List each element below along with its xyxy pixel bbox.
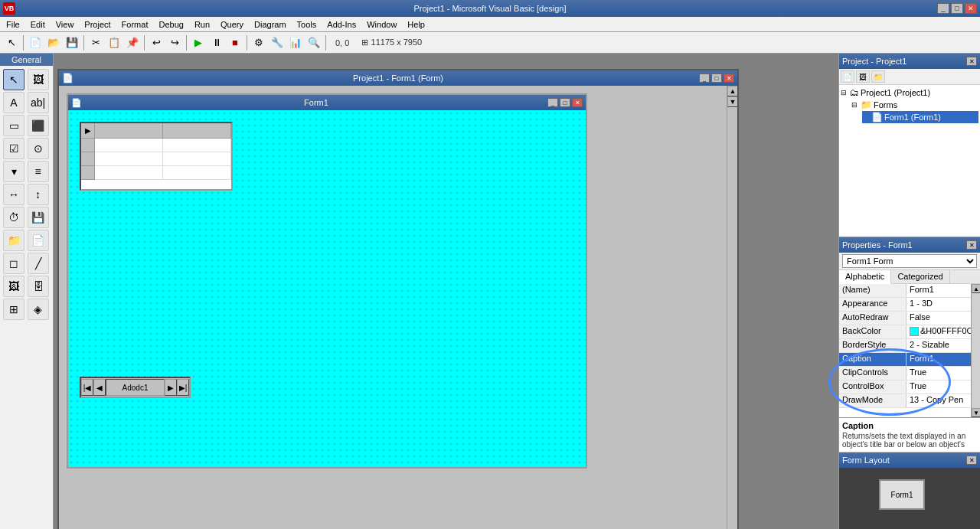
form1-maximize-btn[interactable]: □ [560,98,570,107]
toolbar-arrow-btn[interactable]: ↖ [3,34,20,51]
project-close-btn[interactable]: ✕ [966,57,977,66]
toolbar-btn6[interactable]: ⚙ [250,34,267,51]
menu-edit[interactable]: Edit [26,18,50,31]
mdi-maximize-btn[interactable]: □ [711,73,722,83]
props-scroll-up[interactable]: ▲ [972,284,980,293]
toolbox-picture[interactable]: 🖼 [28,69,49,90]
mshflexgrid-control[interactable]: ▶ [80,122,233,191]
menu-diagram[interactable]: Diagram [250,18,291,31]
mdi-content[interactable]: 📄 Form1 _ □ ✕ ▶ [59,86,737,529]
toolbox-extra1[interactable]: ◈ [28,299,49,320]
menu-addins[interactable]: Add-Ins [322,18,361,31]
toolbar-open-btn[interactable]: 📂 [45,34,62,51]
design-area[interactable]: 📄 Project1 - Form1 (Form) _ □ ✕ 📄 Form1 … [54,54,838,529]
grid-cell-2-2[interactable] [163,152,231,166]
toolbox-header[interactable]: General [0,54,53,66]
form-layout-content[interactable]: Form1 [839,468,980,529]
props-row-appearance[interactable]: Appearance 1 - 3D [839,298,971,312]
proj-view-code-btn[interactable]: 📄 [841,70,854,83]
toolbar-btn9[interactable]: 🔍 [305,34,322,51]
menu-window[interactable]: Window [362,18,401,31]
tree-form1[interactable]: 📄 Form1 (Form1) [862,111,978,123]
toolbox-timer[interactable]: ⏱ [3,207,24,228]
toolbar-copy-btn[interactable]: 📋 [106,34,122,51]
grid-cell-1-1[interactable] [95,139,163,152]
toolbox-hscroll[interactable]: ↔ [3,184,24,205]
adodc-control[interactable]: |◀ ◀ Adodc1 ▶ ▶| [80,377,191,398]
grid-cell-3-2[interactable] [163,166,231,180]
props-row-backcolor[interactable]: BackColor &H00FFFF0C [839,325,971,339]
toolbar-save-btn[interactable]: 💾 [64,34,80,51]
toolbar-run-btn[interactable]: ▶ [190,34,207,51]
toolbox-data[interactable]: 🗄 [28,276,49,297]
menu-debug[interactable]: Debug [154,18,188,31]
toolbar-btn7[interactable]: 🔧 [269,34,286,51]
toolbox-button[interactable]: ⬛ [28,115,49,136]
form-layout-form[interactable]: Form1 [879,479,925,510]
toolbox-checkbox[interactable]: ☑ [3,138,24,159]
props-close-btn[interactable]: ✕ [966,240,977,250]
adodc-prev-btn[interactable]: ◀ [93,379,106,396]
toolbox-listbox[interactable]: ≡ [28,161,49,182]
toolbar-stop-btn[interactable]: ■ [227,34,243,51]
toolbox-vscroll[interactable]: ↕ [28,184,49,205]
props-row-controlbox[interactable]: ControlBox True [839,380,971,394]
proj-view-object-btn[interactable]: 🖼 [856,70,870,83]
toolbox-dir[interactable]: 📁 [3,230,24,251]
toolbox-radio[interactable]: ⊙ [28,138,49,159]
menu-view[interactable]: View [51,18,79,31]
grid-cell-1-2[interactable] [163,139,231,152]
form1-content[interactable]: ▶ [68,110,586,467]
menu-project[interactable]: Project [80,18,115,31]
form1-close-btn[interactable]: ✕ [572,98,583,107]
menu-query[interactable]: Query [216,18,248,31]
toolbox-shape[interactable]: ◻ [3,253,24,274]
vscroll-up-btn[interactable]: ▲ [727,86,737,96]
props-scroll-down[interactable]: ▼ [972,408,980,417]
menu-run[interactable]: Run [190,18,214,31]
toolbox-drive[interactable]: 💾 [28,207,49,228]
props-row-caption[interactable]: Caption Form1 [839,353,971,367]
maximize-button[interactable]: □ [951,3,963,14]
toolbox-line[interactable]: ╱ [28,253,49,274]
toolbox-pointer[interactable]: ↖ [3,69,24,90]
mdi-close-btn[interactable]: ✕ [724,73,734,83]
toolbox-textbox[interactable]: ab| [28,92,49,113]
adodc-first-btn[interactable]: |◀ [81,379,93,396]
props-tab-alphabetic[interactable]: Alphabetic [839,270,891,284]
vscroll-down-btn[interactable]: ▼ [727,96,737,107]
project-tree[interactable]: ⊟ 🗂 Project1 (Project1) ⊟ 📁 Forms 📄 [839,85,980,237]
props-row-name[interactable]: (Name) Form1 [839,284,971,298]
toolbar-undo-btn[interactable]: ↩ [148,34,165,51]
menu-format[interactable]: Format [117,18,153,31]
form-layout-close-btn[interactable]: ✕ [966,456,977,465]
props-scrollbar[interactable]: ▲ ▼ [971,284,980,417]
menu-help[interactable]: Help [403,18,430,31]
toolbox-image[interactable]: 🖼 [3,276,24,297]
toolbar-cut-btn[interactable]: ✂ [87,34,104,51]
props-tab-categorized[interactable]: Categorized [891,270,949,283]
adodc-next-btn[interactable]: ▶ [165,379,177,396]
proj-toggle-btn[interactable]: 📁 [871,70,885,83]
mdi-minimize-btn[interactable]: _ [699,73,710,83]
props-row-clipcontrols[interactable]: ClipControls True [839,367,971,380]
minimize-button[interactable]: _ [937,3,949,14]
toolbox-ole[interactable]: ⊞ [3,299,24,320]
props-row-autoredraw[interactable]: AutoRedraw False [839,312,971,325]
toolbar-paste-btn[interactable]: 📌 [124,34,141,51]
adodc-last-btn[interactable]: ▶| [177,379,189,396]
menu-tools[interactable]: Tools [292,18,322,31]
grid-cell-3-1[interactable] [95,166,163,180]
grid-cell-2-1[interactable] [95,152,163,166]
props-row-drawmode[interactable]: DrawMode 13 - Copy Pen [839,394,971,408]
toolbar-new-btn[interactable]: 📄 [27,34,44,51]
menu-file[interactable]: File [2,18,24,31]
toolbar-break-btn[interactable]: ⏸ [208,34,225,51]
tree-forms-folder[interactable]: ⊟ 📁 Forms [851,99,978,111]
toolbox-frame[interactable]: ▭ [3,115,24,136]
close-button[interactable]: ✕ [965,3,977,14]
toolbox-label[interactable]: A [3,92,24,113]
tree-root[interactable]: ⊟ 🗂 Project1 (Project1) [841,87,978,99]
toolbar-btn8[interactable]: 📊 [287,34,304,51]
mdi-vscrollbar[interactable]: ▲ ▼ [727,86,737,529]
